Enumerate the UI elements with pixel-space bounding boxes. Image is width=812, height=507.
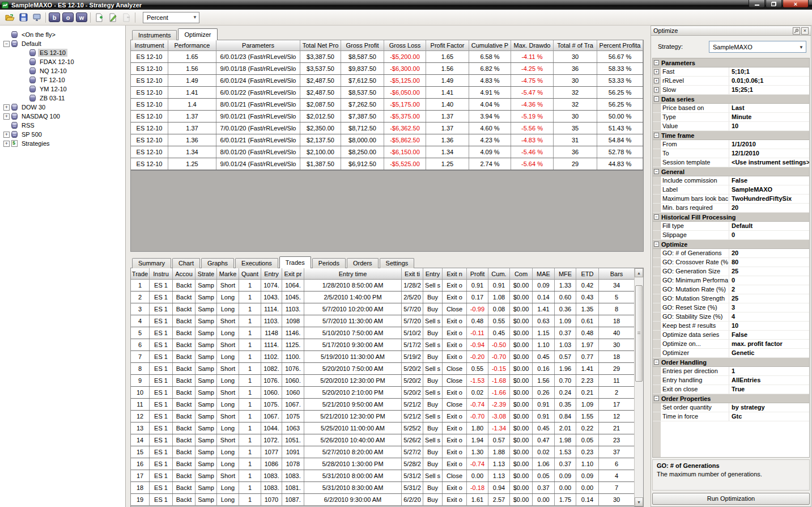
column-header[interactable]: Marke bbox=[217, 268, 239, 280]
property-row[interactable]: GO: Generation Size 25 bbox=[653, 267, 809, 276]
property-value[interactable]: 0 bbox=[729, 231, 809, 239]
column-header[interactable]: Exit ti bbox=[402, 268, 423, 280]
property-value[interactable]: max. profit factor bbox=[729, 340, 809, 348]
column-header[interactable]: Profit bbox=[467, 268, 488, 280]
workspace-letter-button[interactable]: o bbox=[62, 12, 74, 22]
property-value[interactable]: 1/1/2010 bbox=[729, 140, 809, 149]
tree-item[interactable]: + NASDAQ 100 bbox=[0, 112, 125, 121]
table-row[interactable]: ES 12-101.496/0.01/24 (Fast/rRLevel/Slo$… bbox=[131, 75, 643, 87]
table-row[interactable]: 8ES 1BacktSampShort11082.1076.5/20/2010 … bbox=[131, 363, 643, 375]
column-header[interactable]: Exit n bbox=[443, 268, 467, 280]
display-selector[interactable]: Percent ▼ bbox=[143, 12, 199, 23]
property-value[interactable]: AllEntries bbox=[729, 376, 809, 385]
column-header[interactable]: Bars bbox=[599, 268, 635, 280]
collapse-icon[interactable]: − bbox=[654, 169, 659, 174]
expand-icon[interactable]: + bbox=[654, 78, 659, 83]
table-row[interactable]: ES 12-101.377/0.01/20 (Fast/rRLevel/Slo$… bbox=[131, 122, 643, 134]
property-group-header[interactable]: − Order Properties bbox=[653, 394, 809, 403]
table-row[interactable]: 9ES 1BacktSampLong11076.1060.5/20/2010 1… bbox=[131, 375, 643, 387]
property-value[interactable]: 0 bbox=[729, 276, 809, 285]
tree-expander-icon[interactable] bbox=[3, 122, 10, 129]
table-row[interactable]: ES 12-101.366/0.01/21 (Fast/rRLevel/Slo$… bbox=[131, 134, 643, 146]
property-value[interactable]: 3 bbox=[729, 303, 809, 312]
property-row[interactable]: Optimizer Genetic bbox=[653, 349, 809, 358]
property-row[interactable]: Type Minute bbox=[653, 113, 809, 122]
table-row[interactable]: 15ES 1BacktSampLong1107710915/27/2010 8:… bbox=[131, 446, 643, 458]
table-row[interactable]: 6ES 1BacktSampShort11114.1125.5/17/2010 … bbox=[131, 339, 643, 351]
property-value[interactable]: Minute bbox=[729, 113, 809, 121]
property-row[interactable]: GO: Stability Size (%) 4 bbox=[653, 312, 809, 322]
collapse-icon[interactable]: − bbox=[654, 396, 659, 401]
restore-button[interactable] bbox=[766, 0, 782, 8]
collapse-icon[interactable]: − bbox=[654, 133, 659, 138]
pin-icon[interactable] bbox=[793, 27, 800, 35]
property-value[interactable]: False bbox=[729, 176, 809, 185]
column-header[interactable]: Total # of Tra bbox=[554, 40, 597, 51]
property-group-header[interactable]: − Parameters bbox=[653, 58, 809, 67]
column-header[interactable]: Com bbox=[510, 268, 533, 280]
edit-button[interactable] bbox=[106, 11, 120, 24]
column-header[interactable]: Performance bbox=[168, 40, 216, 51]
collapse-icon[interactable]: − bbox=[654, 60, 659, 65]
tab[interactable]: Graphs bbox=[201, 258, 234, 268]
property-value[interactable]: 0.01;0.06;1 bbox=[729, 77, 809, 85]
scroll-up-button[interactable]: ▲ bbox=[635, 268, 643, 277]
tab[interactable]: Summary bbox=[132, 258, 171, 268]
property-row[interactable]: Time in force Gtc bbox=[653, 412, 809, 421]
tree-item[interactable]: + SP 500 bbox=[0, 130, 125, 139]
table-row[interactable]: 10ES 1BacktSampShort11060.10605/20/2010 … bbox=[131, 387, 643, 399]
property-value[interactable]: 25 bbox=[729, 294, 809, 303]
property-row[interactable]: Exit on close True bbox=[653, 385, 809, 394]
property-row[interactable]: Fill type Default bbox=[653, 222, 809, 231]
scroll-down-button[interactable]: ▼ bbox=[635, 497, 643, 506]
run-optimization-button[interactable]: Run Optimization bbox=[652, 493, 810, 505]
minimize-button[interactable] bbox=[749, 0, 765, 8]
column-header[interactable]: Accou bbox=[173, 268, 195, 280]
property-row[interactable]: Keep best # results 10 bbox=[653, 322, 809, 331]
tree-expander-icon[interactable] bbox=[22, 59, 28, 65]
column-header[interactable]: MFE bbox=[555, 268, 576, 280]
property-value[interactable]: False bbox=[729, 331, 809, 339]
column-header[interactable]: Cumulative P bbox=[469, 40, 511, 51]
property-row[interactable]: + Fast 5;10;1 bbox=[653, 67, 809, 77]
property-row[interactable]: Value 10 bbox=[653, 122, 809, 131]
table-row[interactable]: 3ES 1BacktSampLong11114.1103.5/7/2010 10… bbox=[131, 303, 643, 315]
table-row[interactable]: ES 12-101.348/0.01/20 (Fast/rRLevel/Slo$… bbox=[131, 146, 643, 158]
vertical-scrollbar[interactable]: ▲ ▼ bbox=[634, 268, 643, 506]
expand-icon[interactable]: + bbox=[654, 69, 659, 74]
column-header[interactable]: Parameters bbox=[216, 40, 300, 51]
property-row[interactable]: Optimize data series False bbox=[653, 331, 809, 340]
tab[interactable]: Settings bbox=[380, 258, 415, 268]
tree-item[interactable]: ES 12-10 bbox=[0, 48, 125, 57]
property-value[interactable]: Gtc bbox=[729, 412, 809, 421]
tree-expander-icon[interactable] bbox=[22, 77, 28, 83]
collapse-icon[interactable]: − bbox=[654, 360, 659, 365]
close-panel-icon[interactable]: × bbox=[801, 27, 809, 35]
property-value[interactable]: 4 bbox=[729, 312, 809, 321]
expand-icon[interactable]: + bbox=[654, 87, 659, 92]
tree-item[interactable]: ZB 03-11 bbox=[0, 94, 125, 103]
tree-expander-icon[interactable] bbox=[22, 68, 28, 74]
column-header[interactable]: Max. Drawdo bbox=[511, 40, 554, 51]
property-row[interactable]: Maximum bars look bac TwoHundredFiftySix bbox=[653, 195, 809, 204]
property-value[interactable]: 10 bbox=[729, 322, 809, 330]
table-row[interactable]: 17ES 1BacktSampShort11083.1083.5/31/2010… bbox=[131, 470, 643, 482]
property-value[interactable]: <Use instrument settings> bbox=[729, 158, 809, 167]
property-row[interactable]: Session template <Use instrument setting… bbox=[653, 158, 809, 167]
open-workspace-button[interactable] bbox=[3, 11, 16, 24]
column-header[interactable]: Cum. bbox=[488, 268, 510, 280]
column-header[interactable]: Instru bbox=[150, 268, 173, 280]
tree-expander-icon[interactable]: + bbox=[3, 113, 10, 120]
property-value[interactable]: 15;25;1 bbox=[729, 86, 809, 94]
tree-item[interactable]: RSS bbox=[0, 121, 125, 130]
tree-item[interactable]: YM 12-10 bbox=[0, 84, 125, 94]
tree-expander-icon[interactable]: + bbox=[3, 104, 10, 111]
property-row[interactable]: GO: # of Generations 20 bbox=[653, 249, 809, 258]
table-row[interactable]: ES 12-101.656/0.01/23 (Fast/rRLevel/Slo$… bbox=[131, 51, 643, 63]
table-row[interactable]: 18ES 1BacktSampLong11083.1081.5/31/2010 … bbox=[131, 482, 643, 494]
property-row[interactable]: GO: Crossover Rate (% 80 bbox=[653, 258, 809, 267]
remove-button[interactable] bbox=[120, 11, 133, 24]
table-row[interactable]: 4ES 1BacktSampShort11103.10985/7/2010 11… bbox=[131, 315, 643, 327]
property-value[interactable]: Genetic bbox=[729, 349, 809, 357]
tree-expander-icon[interactable]: + bbox=[3, 141, 10, 147]
